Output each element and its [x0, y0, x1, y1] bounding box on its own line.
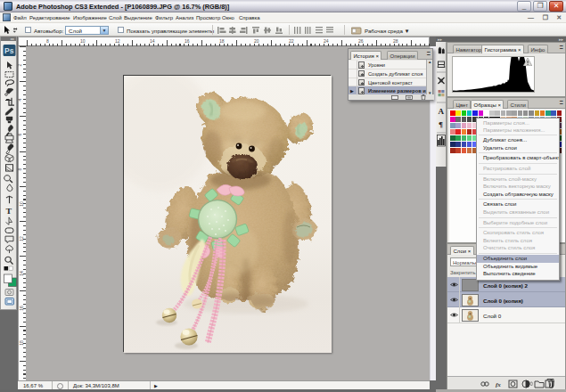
svg-text:¶: ¶: [439, 120, 443, 129]
svg-text:T: T: [5, 207, 12, 216]
svg-text:fx: fx: [496, 381, 501, 388]
svg-text:Ps: Ps: [4, 46, 14, 55]
svg-text:A: A: [439, 107, 445, 116]
